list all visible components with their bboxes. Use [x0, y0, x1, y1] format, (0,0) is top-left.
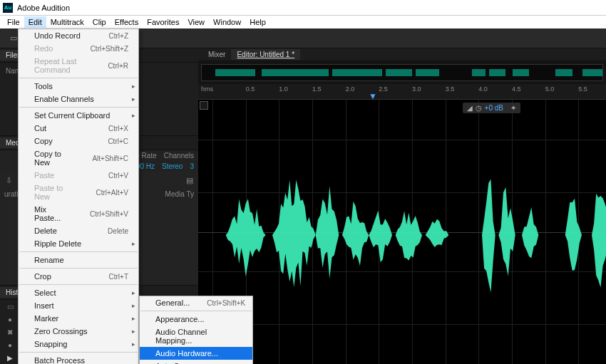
menu-item-label: Tools [34, 82, 53, 90]
ruler-tick: 0.5 [246, 85, 255, 93]
prefs-menu-separator [140, 311, 252, 311]
menu-file[interactable]: File [3, 16, 24, 28]
edit-menu-separator [19, 78, 138, 78]
menu-item-label: Undo Record [34, 31, 81, 40]
edit-menu-separator [19, 284, 138, 285]
submenu-arrow-icon: ▸ [132, 340, 135, 348]
edit-menu-tools[interactable]: Tools▸ [19, 80, 138, 93]
menu-item-label: Paste [34, 171, 54, 180]
preferences-submenu: General...Ctrl+Shift+KAppearance...Audio… [139, 296, 253, 364]
menu-item-label: Zero Crossings [34, 327, 88, 336]
app-title: Adobe Audition [17, 4, 70, 12]
edit-menu-separator [19, 352, 138, 353]
prefs-menu-auto-save[interactable]: Auto Save... [140, 360, 252, 364]
menu-item-label: Paste to New [34, 184, 78, 201]
edit-menu-select[interactable]: Select▸ [19, 286, 138, 299]
menu-view[interactable]: View [183, 16, 209, 28]
history-step-icon: ✖ [6, 328, 14, 336]
edit-menu-insert[interactable]: Insert▸ [19, 299, 138, 312]
edit-menu-crop[interactable]: CropCtrl+T [19, 270, 138, 283]
menu-item-shortcut: Ctrl+Shift+Z [91, 45, 128, 53]
tab-editor[interactable]: Editor: Untitled 1 * [231, 49, 300, 60]
menu-item-label: Batch Process [34, 356, 85, 364]
editor-tabs: Mixer Editor: Untitled 1 * [198, 48, 606, 61]
menu-item-shortcut: Ctrl+Z [109, 32, 129, 40]
edit-menu-cut[interactable]: CutCtrl+X [19, 122, 138, 135]
menu-effects[interactable]: Effects [111, 16, 143, 28]
edit-menu-copy[interactable]: CopyCtrl+C [19, 135, 138, 147]
ruler-tick: 1.5 [312, 85, 322, 93]
edit-menu-delete[interactable]: DeleteDelete [19, 224, 138, 237]
edit-menu-undo-record[interactable]: Undo RecordCtrl+Z [19, 29, 138, 42]
submenu-arrow-icon: ▸ [132, 240, 135, 247]
edit-menu-dropdown: Undo RecordCtrl+ZRedoCtrl+Shift+ZRepeat … [18, 28, 139, 364]
menu-item-label: Audio Channel Mapping... [155, 328, 242, 345]
edit-menu-snapping[interactable]: Snapping▸ [19, 338, 138, 350]
menu-item-label: Repeat Last Command [34, 57, 91, 74]
prefs-menu-appearance[interactable]: Appearance... [140, 313, 252, 326]
menu-edit[interactable]: Edit [24, 16, 46, 28]
play-indicator-icon: ▶ [6, 353, 14, 362]
ruler-tick: 5.0 [545, 85, 555, 93]
menu-item-label: Audio Hardware... [155, 349, 218, 358]
submenu-arrow-icon: ▸ [132, 328, 135, 335]
edit-menu-repeat-last-command: Repeat Last CommandCtrl+R [19, 55, 138, 76]
edit-menu-rename[interactable]: Rename [19, 254, 138, 266]
menu-item-shortcut: Ctrl+V [108, 172, 128, 180]
edit-menu-copy-to-new[interactable]: Copy to NewAlt+Shift+C [19, 147, 138, 169]
menu-bar: FileEditMultitrackClipEffectsFavoritesVi… [0, 16, 606, 28]
menu-item-shortcut: Ctrl+R [108, 62, 128, 70]
menu-item-label: Rename [34, 256, 64, 264]
timeline-ruler[interactable]: hms 0.51.01.52.02.53.03.54.04.55.05.5▼ [198, 84, 606, 100]
channels-label: Channels [164, 152, 194, 160]
menu-item-shortcut: Alt+Shift+C [92, 155, 128, 162]
menu-item-label: Copy [34, 137, 53, 145]
ruler-tick: 3.0 [412, 85, 421, 93]
submenu-arrow-icon: ▸ [132, 83, 135, 90]
edit-menu-ripple-delete[interactable]: Ripple Delete▸ [19, 237, 138, 250]
menu-item-shortcut: Ctrl+Shift+V [90, 210, 128, 218]
menu-item-label: Delete [34, 227, 57, 235]
volume-hud[interactable]: ◢ ◷ +0 dB ✦ [463, 103, 520, 113]
import-icon[interactable]: ⇩ [3, 175, 14, 186]
submenu-arrow-icon: ▸ [132, 302, 135, 309]
submenu-arrow-icon: ▸ [132, 112, 135, 119]
ruler-tick: 3.5 [446, 85, 455, 93]
pin-icon[interactable]: ✦ [510, 104, 516, 112]
menu-item-label: Set Current Clipboard [34, 111, 110, 120]
editor-area: Mixer Editor: Untitled 1 * hms 0.51.01.5… [198, 48, 606, 364]
menu-item-shortcut: Ctrl+T [109, 273, 129, 281]
menu-clip[interactable]: Clip [88, 16, 111, 28]
edit-menu-separator [19, 251, 138, 252]
menu-window[interactable]: Window [209, 16, 245, 28]
submenu-arrow-icon: ▸ [132, 95, 135, 103]
edit-menu-zero-crossings[interactable]: Zero Crossings▸ [19, 325, 138, 338]
fade-icon: ◢ [467, 104, 473, 112]
waveform-display[interactable]: ◢ ◷ +0 dB ✦ [198, 100, 606, 364]
filter-icon[interactable]: ▤ [184, 175, 195, 186]
menu-multitrack[interactable]: Multitrack [46, 16, 88, 28]
prefs-menu-audio-channel-mapping[interactable]: Audio Channel Mapping... [140, 326, 252, 347]
edit-menu-separator [19, 107, 138, 108]
waveform-overview[interactable] [201, 64, 603, 81]
submenu-arrow-icon: ▸ [132, 315, 135, 322]
history-step-icon: ▭ [6, 302, 14, 311]
edit-menu-enable-channels[interactable]: Enable Channels▸ [19, 93, 138, 105]
menu-item-shortcut: Ctrl+Shift+K [207, 299, 245, 307]
ruler-tick: 2.0 [346, 85, 355, 93]
prefs-menu-general[interactable]: General...Ctrl+Shift+K [140, 296, 252, 309]
edit-menu-set-current-clipboard[interactable]: Set Current Clipboard▸ [19, 109, 138, 122]
edit-menu-mix-paste[interactable]: Mix Paste...Ctrl+Shift+V [19, 203, 138, 224]
edit-menu-batch-process[interactable]: Batch Process [19, 354, 138, 364]
menu-item-shortcut: Ctrl+Alt+V [96, 189, 128, 197]
extra-value: 3 [190, 162, 194, 170]
menu-favorites[interactable]: Favorites [143, 16, 183, 28]
app-logo-icon: Au [3, 3, 13, 13]
tab-mixer[interactable]: Mixer [202, 49, 231, 60]
edit-menu-marker[interactable]: Marker▸ [19, 312, 138, 325]
menu-item-label: Ripple Delete [34, 239, 81, 248]
menu-item-label: Redo [34, 44, 53, 53]
prefs-menu-audio-hardware[interactable]: Audio Hardware... [140, 347, 252, 360]
ruler-tick: 1.0 [279, 85, 288, 93]
menu-help[interactable]: Help [245, 16, 270, 28]
